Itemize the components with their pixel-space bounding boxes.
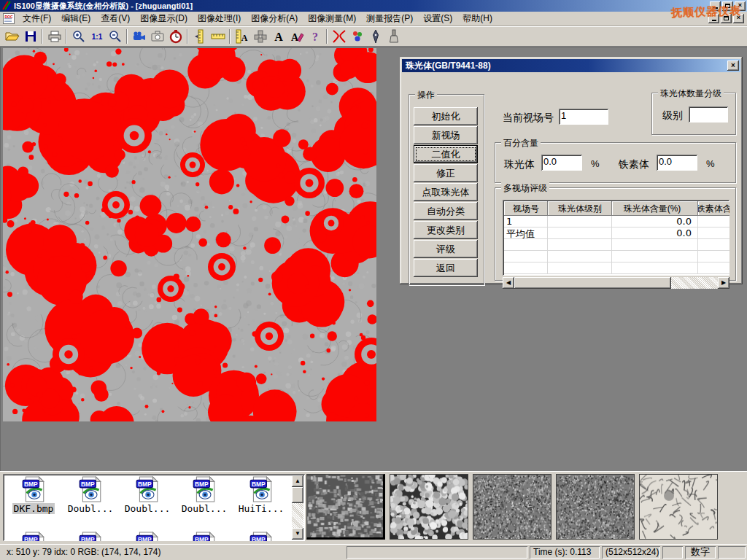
table-row[interactable]: 1 0.0 — [504, 216, 729, 228]
close-button[interactable]: × — [735, 1, 746, 11]
restore-button[interactable] — [722, 1, 733, 11]
file-list[interactable]: BMP DKF.bmp BMP Doubl... BMP Doubl... — [3, 474, 305, 541]
file-item[interactable]: BMP — [119, 532, 176, 541]
col-pearlite-content: 珠光体含量(%) — [612, 201, 698, 216]
menu-image-measure[interactable]: 图像测量(M) — [303, 11, 361, 26]
menu-image-display[interactable]: 图像显示(D) — [135, 11, 193, 26]
bmp-file-icon: BMP — [77, 532, 104, 541]
zoom-in-icon[interactable] — [69, 28, 88, 45]
new-field-button[interactable]: 新视场 — [414, 126, 478, 144]
phase-classify-icon[interactable] — [348, 28, 366, 45]
scroll-down-icon[interactable]: ▼ — [292, 528, 303, 540]
operation-group-label: 操作 — [415, 89, 437, 101]
image-tile-icon[interactable] — [251, 28, 269, 45]
file-list-scrollbar[interactable]: ▲ ▼ — [292, 475, 303, 540]
cursor-position-status: x: 510 y: 79 idx: 0 RGB: (174, 174, 174) — [3, 546, 344, 559]
file-item[interactable]: BMP — [62, 532, 119, 541]
rating-table[interactable]: 视场号 珠光体级别 珠光体含量(%) 铁素体含量(%) 1 0.0 — [503, 200, 729, 276]
brush-icon[interactable] — [384, 28, 403, 45]
minimize-button[interactable] — [710, 1, 721, 11]
mdi-restore-button[interactable] — [721, 14, 732, 23]
menu-help[interactable]: 帮助(H) — [457, 11, 498, 26]
scrollbar-thumb[interactable] — [514, 277, 671, 289]
svg-text:?: ? — [312, 31, 318, 43]
pick-pearlite-button[interactable]: 点取珠光体 — [414, 183, 478, 201]
pearlite-dialog: 珠光体(GB/T9441-88) × 操作 初始化 新视场 二值化 修正 点取珠… — [400, 57, 743, 284]
dialog-close-icon[interactable]: × — [727, 61, 739, 71]
file-item[interactable]: BMP Doubl... — [62, 476, 119, 532]
mdi-minimize-button[interactable] — [708, 14, 719, 23]
change-class-button[interactable]: 更改类别 — [414, 221, 478, 239]
col-view-number: 视场号 — [504, 201, 548, 216]
menu-image-analysis[interactable]: 图像分析(A) — [246, 11, 303, 26]
menu-image-processing[interactable]: 图像处理(I) — [193, 11, 246, 26]
file-item[interactable]: BMP Doubl... — [119, 476, 176, 532]
actual-size-icon[interactable]: 1:1 — [88, 28, 106, 45]
pearlite-input[interactable]: 0.0 — [541, 155, 582, 171]
save-icon[interactable] — [21, 28, 39, 45]
menu-measure-report[interactable]: 测量报告(P) — [361, 11, 418, 26]
file-item[interactable]: BMP — [233, 532, 290, 541]
svg-text:BMP: BMP — [138, 481, 152, 488]
file-item[interactable]: BMP — [5, 532, 62, 541]
bmp-file-icon: BMP — [134, 476, 160, 502]
file-item[interactable]: BMP HuiTi... — [233, 476, 290, 532]
micrograph-image[interactable] — [3, 48, 376, 421]
caliper-icon[interactable] — [190, 28, 209, 45]
print-icon[interactable] — [45, 28, 63, 45]
pointer-pen-icon[interactable] — [366, 28, 384, 45]
scrollbar-thumb[interactable] — [292, 487, 303, 503]
current-view-label: 当前视场号 — [503, 112, 554, 125]
auto-classify-button[interactable]: 自动分类 — [414, 202, 478, 220]
menu-view[interactable]: 查看(V) — [96, 11, 135, 26]
file-item[interactable]: BMP — [176, 532, 233, 541]
ruler-icon[interactable] — [209, 28, 227, 45]
status-spacer — [662, 546, 683, 559]
rate-button[interactable]: 评级 — [414, 240, 478, 258]
capture-camera-icon[interactable] — [148, 28, 166, 45]
binarize-button[interactable]: 二值化 — [414, 145, 478, 163]
file-item[interactable]: BMP Doubl... — [176, 476, 233, 532]
bottom-panel: BMP DKF.bmp BMP Doubl... BMP Doubl... — [0, 471, 747, 544]
app-icon — [1, 1, 12, 11]
table-horizontal-scrollbar[interactable]: ◀ ▶ — [503, 277, 729, 289]
bmp-file-icon: BMP — [20, 476, 47, 502]
mdi-workspace: 珠光体(GB/T9441-88) × 操作 初始化 新视场 二值化 修正 点取珠… — [0, 47, 747, 471]
menu-settings[interactable]: 设置(S) — [418, 11, 457, 26]
binarize-curve-icon[interactable] — [330, 28, 348, 45]
bmp-file-icon: BMP — [134, 532, 160, 541]
svg-text:BMP: BMP — [252, 536, 266, 541]
menu-file[interactable]: 文件(F) — [18, 11, 56, 26]
file-item[interactable]: BMP DKF.bmp — [5, 476, 62, 532]
scroll-up-icon[interactable]: ▲ — [292, 475, 303, 487]
scroll-left-icon[interactable]: ◀ — [503, 277, 514, 289]
svg-text:BMP: BMP — [81, 481, 95, 488]
initialize-button[interactable]: 初始化 — [414, 107, 478, 125]
svg-text:BMP: BMP — [81, 536, 95, 541]
ferrite-input[interactable]: 0.0 — [657, 155, 697, 171]
help-icon[interactable]: ? — [306, 28, 324, 45]
thumbnail-3[interactable] — [473, 474, 551, 540]
return-button[interactable]: 返回 — [414, 259, 478, 277]
measure-text-icon[interactable]: A — [233, 28, 251, 45]
grade-input[interactable] — [689, 106, 728, 122]
thumbnail-5[interactable] — [639, 474, 718, 540]
correct-button[interactable]: 修正 — [414, 164, 478, 182]
text-label-icon[interactable]: A — [269, 28, 287, 45]
mdi-close-button[interactable]: × — [733, 14, 744, 23]
mode-status: 数字 — [685, 546, 716, 559]
menu-edit[interactable]: 编辑(E) — [56, 11, 96, 26]
annotate-text-icon[interactable]: A — [287, 28, 306, 45]
thumbnail-4[interactable] — [556, 474, 635, 540]
thumbnail-2[interactable] — [390, 474, 468, 540]
document-icon[interactable] — [3, 13, 15, 24]
current-view-input[interactable]: 1 — [559, 109, 608, 125]
thumbnail-1[interactable] — [306, 474, 385, 540]
scroll-right-icon[interactable]: ▶ — [718, 277, 729, 289]
table-row[interactable]: 平均值 0.0 — [504, 228, 729, 239]
timer-clock-icon[interactable] — [166, 28, 185, 45]
video-camera-icon[interactable] — [130, 28, 148, 45]
dialog-title-bar[interactable]: 珠光体(GB/T9441-88) × — [402, 59, 740, 72]
open-folder-icon[interactable] — [3, 28, 21, 45]
zoom-out-icon[interactable] — [106, 28, 124, 45]
